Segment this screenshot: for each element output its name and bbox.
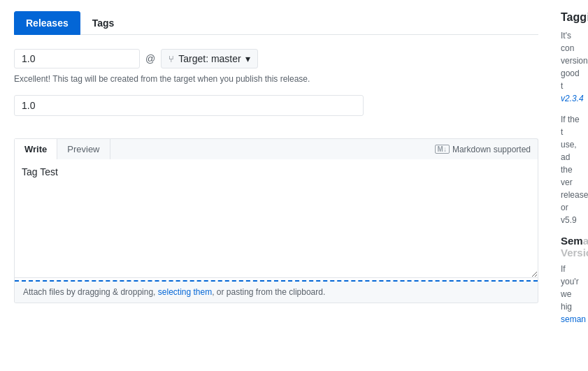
tag-hint-text: Excellent! This tag will be created from… — [14, 74, 538, 84]
tab-releases[interactable]: Releases — [14, 11, 80, 35]
tagging-description: It's con version good t v2.3.4 — [561, 29, 580, 105]
textarea-wrapper: Tag Test Attach files by dragging & drop… — [14, 159, 538, 303]
attach-prefix: Attach files by dragging & dropping, — [23, 287, 158, 297]
tagging-description-2: If the t use, ad the ver release or v5.9 — [561, 113, 580, 226]
right-sidebar: Tagging It's con version good t v2.3.4 I… — [552, 0, 588, 371]
editor-tabs: Write Preview — [15, 139, 110, 159]
select-files-link[interactable]: selecting them — [158, 287, 212, 297]
page-tabs: Releases Tags — [14, 11, 538, 35]
tab-preview[interactable]: Preview — [57, 139, 110, 159]
semantic-description: If you'r we hig seman — [561, 263, 580, 326]
markdown-label-text: Markdown supported — [452, 145, 531, 154]
semantic-title: Semantic Versioning — [561, 235, 580, 259]
branch-icon: ⑂ — [168, 54, 174, 64]
semantic-link[interactable]: seman — [561, 314, 586, 324]
description-textarea[interactable]: Tag Test — [15, 159, 538, 278]
chevron-down-icon: ▾ — [245, 53, 250, 64]
tagging-title: Tagging — [561, 11, 580, 24]
release-title-input[interactable] — [14, 95, 364, 116]
description-editor: Write Preview M↓ Markdown supported Tag … — [14, 138, 538, 303]
tag-input[interactable] — [14, 49, 140, 68]
tab-write[interactable]: Write — [15, 139, 57, 160]
attach-suffix: , or pasting from the clipboard. — [212, 287, 325, 297]
markdown-icon: M↓ — [435, 145, 450, 154]
markdown-support-label: M↓ Markdown supported — [428, 140, 538, 159]
attach-files-bar: Attach files by dragging & dropping, sel… — [15, 280, 538, 303]
editor-toolbar: Write Preview M↓ Markdown supported — [14, 138, 538, 159]
target-label: Target: master — [178, 53, 241, 64]
at-sign: @ — [145, 53, 155, 64]
tag-row: @ ⑂ Target: master ▾ — [14, 49, 538, 68]
tab-tags[interactable]: Tags — [80, 11, 127, 35]
target-branch-button[interactable]: ⑂ Target: master ▾ — [161, 49, 257, 68]
